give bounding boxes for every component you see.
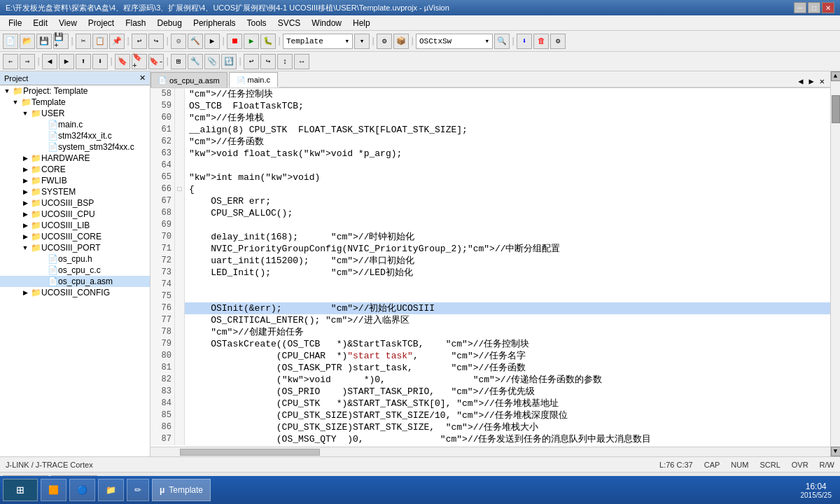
ucosiii-lib-folder[interactable]: ▶ 📁 UCOSIII_LIB: [0, 220, 150, 231]
taskbar-editor[interactable]: ✏: [127, 479, 149, 501]
code-line-74[interactable]: 74: [150, 279, 830, 290]
save-all-button[interactable]: 💾+: [53, 34, 69, 49]
undo-button[interactable]: ↩: [132, 34, 147, 49]
code-line-65[interactable]: 65"kw">int main("kw">void): [150, 172, 830, 183]
tb2-btn13[interactable]: 🔃: [221, 54, 237, 69]
hardware-expand[interactable]: ▶: [20, 155, 31, 162]
dropdown-expand[interactable]: ▾: [354, 34, 370, 49]
tab-os-cpu-a-asm[interactable]: 📄 os_cpu_a.asm: [150, 72, 227, 88]
cut-button[interactable]: ✂: [76, 34, 91, 49]
hscroll-thumb[interactable]: [180, 449, 320, 456]
vscroll-bar[interactable]: ▲ ▼: [830, 71, 840, 456]
tb2-btn12[interactable]: 📎: [204, 54, 220, 69]
build-all-button[interactable]: 🔨: [188, 34, 203, 49]
tb2-btn7[interactable]: 🔖: [115, 54, 130, 69]
expand-icon[interactable]: ▼: [1, 88, 13, 94]
tab-nav-left[interactable]: ◀: [795, 76, 806, 87]
copy-button[interactable]: 📋: [92, 34, 108, 49]
file-os-cpu-a-asm[interactable]: 📄 os_cpu_a.asm: [0, 276, 150, 287]
tab-nav-right[interactable]: ▶: [806, 76, 817, 87]
file-main-c[interactable]: 📄 main.c: [0, 119, 150, 130]
erase-button[interactable]: 🗑: [533, 34, 549, 49]
template-folder[interactable]: ▼ 📁 Template: [0, 97, 150, 108]
hardware-folder[interactable]: ▶ 📁 HARDWARE: [0, 153, 150, 164]
build-button[interactable]: ⚙: [171, 34, 186, 49]
minimize-button[interactable]: ─: [794, 2, 806, 13]
tb2-btn3[interactable]: ◀: [42, 54, 57, 69]
system-folder[interactable]: ▶ 📁 SYSTEM: [0, 186, 150, 197]
manage-components-button[interactable]: 📦: [393, 34, 409, 49]
menu-item-help[interactable]: Help: [347, 17, 376, 29]
code-line-81[interactable]: 81 (OS_TASK_PTR )start_task, "cm">//任务函数: [150, 362, 830, 374]
user-expand[interactable]: ▼: [20, 110, 31, 117]
tb2-btn10[interactable]: ⊞: [171, 54, 186, 69]
tb2-btn11[interactable]: 🔧: [188, 54, 203, 69]
code-line-71[interactable]: 71 NVIC_PriorityGroupConfig(NVIC_Priorit…: [150, 243, 830, 255]
tb2-btn1[interactable]: ⇐: [3, 54, 18, 69]
ucosiii-port-folder[interactable]: ▼ 📁 UCOSIII_PORT: [0, 242, 150, 253]
menu-item-project[interactable]: Project: [83, 17, 120, 29]
code-line-69[interactable]: 69: [150, 219, 830, 231]
code-line-87[interactable]: 87 (OS_MSG_QTY )0, "cm">//任务发送到任务的消息队列中最…: [150, 433, 830, 445]
code-line-77[interactable]: 77 OS_CRITICAL_ENTER(); "cm">//进入临界区: [150, 314, 830, 326]
file-system-stm32[interactable]: 📄 system_stm32f4xx.c: [0, 141, 150, 153]
tb2-btn5[interactable]: ⬆: [76, 54, 91, 69]
code-line-67[interactable]: 67 OS_ERR err;: [150, 195, 830, 207]
taskbar-explorer[interactable]: 📁: [98, 479, 124, 501]
code-line-58[interactable]: 58"cm">//任务控制块: [150, 88, 830, 100]
menu-item-view[interactable]: View: [53, 17, 83, 29]
code-line-76[interactable]: 76 OSInit(&err); "cm">//初始化UCOSIII: [150, 302, 830, 314]
code-line-63[interactable]: 63"kw">void float_task("kw">void *p_arg)…: [150, 148, 830, 160]
maximize-button[interactable]: □: [808, 2, 820, 13]
core-expand[interactable]: ▶: [20, 166, 31, 173]
start-button[interactable]: ⊞: [3, 479, 38, 501]
code-line-75[interactable]: 75: [150, 290, 830, 302]
file-os-cpu-h[interactable]: 📄 os_cpu.h: [0, 253, 150, 265]
code-line-85[interactable]: 85 (CPU_STK_SIZE)START_STK_SIZE/10, "cm"…: [150, 410, 830, 421]
user-folder[interactable]: ▼ 📁 USER: [0, 108, 150, 119]
translate-button[interactable]: ▶: [204, 34, 220, 49]
tab-close[interactable]: ✕: [817, 76, 827, 87]
ucosiii-core-folder[interactable]: ▶ 📁 UCOSIII_CORE: [0, 231, 150, 242]
tb2-btn9[interactable]: 🔖-: [148, 54, 164, 69]
code-line-79[interactable]: 79 OSTaskCreate((OS_TCB *)&StartTaskTCB,…: [150, 338, 830, 350]
menu-item-svcs[interactable]: SVCS: [272, 17, 307, 29]
vscroll-thumb[interactable]: [832, 95, 840, 123]
fwlib-folder[interactable]: ▶ 📁 FWLIB: [0, 175, 150, 186]
code-line-64[interactable]: 64: [150, 160, 830, 172]
download-button[interactable]: ⬇: [517, 34, 532, 49]
system-expand[interactable]: ▶: [20, 188, 31, 195]
tb2-btn16[interactable]: ↕: [277, 54, 293, 69]
save-button[interactable]: 💾: [36, 34, 52, 49]
debug-button[interactable]: 🐛: [260, 34, 276, 49]
code-line-59[interactable]: 59OS_TCB FloatTaskTCB;: [150, 100, 830, 112]
code-line-84[interactable]: 84 (CPU_STK *)&START_TASK_STK[0], "cm">/…: [150, 398, 830, 410]
menu-item-edit[interactable]: Edit: [27, 17, 53, 29]
code-line-73[interactable]: 73 LED_Init(); "cm">//LED初始化: [150, 267, 830, 279]
menu-item-window[interactable]: Window: [306, 17, 347, 29]
taskbar-powerpoint[interactable]: 🟧: [41, 479, 66, 501]
ucosiii-config-folder[interactable]: ▶ 📁 UCOSIII_CONFIG: [0, 287, 150, 298]
code-content[interactable]: 58"cm">//任务控制块59OS_TCB FloatTaskTCB;60"c…: [150, 88, 830, 447]
target-options-button[interactable]: ⚙: [377, 34, 392, 49]
code-line-86[interactable]: 86 (CPU_STK_SIZE)START_STK_SIZE, "cm">//…: [150, 421, 830, 433]
tb2-btn6[interactable]: ⬇: [92, 54, 108, 69]
function-dropdown[interactable]: OSCtxSw ▾: [416, 34, 493, 49]
menu-item-file[interactable]: File: [3, 17, 27, 29]
stop-button[interactable]: ⏹: [227, 34, 242, 49]
code-line-80[interactable]: 80 (CPU_CHAR *)"start task", "cm">//任务名字: [150, 350, 830, 362]
new-file-button[interactable]: 📄: [3, 34, 18, 49]
paste-button[interactable]: 📌: [109, 34, 125, 49]
code-line-72[interactable]: 72 uart_init(115200); "cm">//串口初始化: [150, 255, 830, 267]
tb2-btn8[interactable]: 🔖+: [132, 54, 147, 69]
ucosiii-cpu-folder[interactable]: ▶ 📁 UCOSIII_CPU: [0, 209, 150, 220]
tb2-btn2[interactable]: ⇒: [20, 54, 35, 69]
ucosiii-bsp-folder[interactable]: ▶ 📁 UCOSIII_BSP: [0, 197, 150, 209]
code-line-66[interactable]: 66□{: [150, 183, 830, 195]
template-expand[interactable]: ▼: [10, 99, 21, 106]
taskbar-uvision[interactable]: μ Template: [152, 479, 211, 501]
tab-main-c[interactable]: 📄 main.c: [229, 72, 278, 88]
tree-root[interactable]: ▼ 📁 Project: Template: [0, 85, 150, 97]
tb2-btn15[interactable]: ↪: [260, 54, 276, 69]
open-button[interactable]: 📂: [20, 34, 35, 49]
